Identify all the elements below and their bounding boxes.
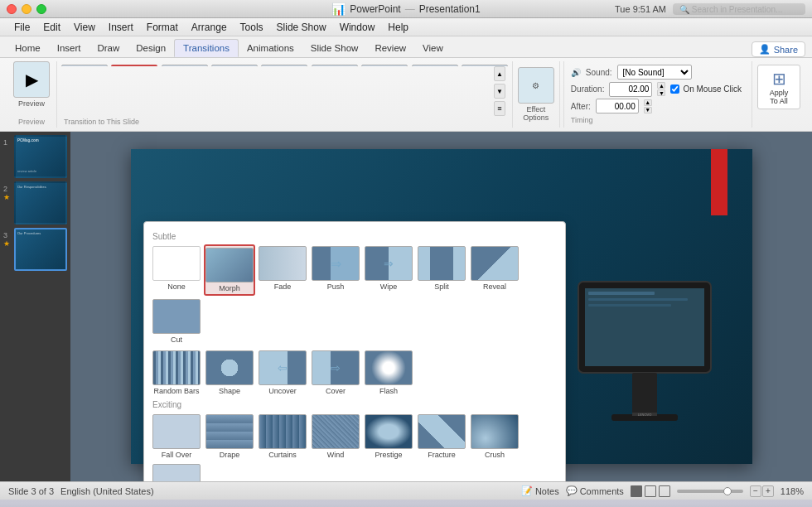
notes-button[interactable]: 📝 Notes <box>521 485 559 496</box>
after-up[interactable]: ▲ <box>644 99 652 106</box>
trans-wipe[interactable]: ⇒ Wipe <box>261 65 308 66</box>
panel-drape-label: Drape <box>220 451 240 459</box>
menu-arrange[interactable]: Arrange <box>186 20 233 35</box>
zoom-slider[interactable] <box>677 490 743 493</box>
on-mouse-click-checkbox[interactable] <box>670 84 679 94</box>
menu-format[interactable]: Format <box>141 20 184 35</box>
tab-insert[interactable]: Insert <box>49 39 89 57</box>
panel-item-cut[interactable]: Cut <box>151 297 202 345</box>
scroll-up-button[interactable]: ▲ <box>494 66 505 81</box>
effect-options-label: EffectOptions <box>523 105 549 122</box>
menu-edit[interactable]: Edit <box>37 20 66 35</box>
slide-thumb-3[interactable]: 3★ Our Procedures <box>3 228 67 271</box>
on-mouse-click-label: On Mouse Click <box>683 84 742 94</box>
tab-slideshow[interactable]: Slide Show <box>302 39 367 57</box>
panel-morph-label: Morph <box>219 284 240 292</box>
slide-thumb-1[interactable]: 1 PCMag.com review article <box>3 135 67 178</box>
tab-design[interactable]: Design <box>128 39 174 57</box>
slide-img-3[interactable]: Our Procedures <box>14 228 67 271</box>
duration-down[interactable]: ▼ <box>657 89 665 96</box>
tab-draw[interactable]: Draw <box>89 39 128 57</box>
preview-button[interactable]: ▶ Preview <box>13 61 50 108</box>
zoom-plus[interactable]: + <box>762 485 774 497</box>
slide-img-1[interactable]: PCMag.com review article <box>14 135 67 178</box>
menu-window[interactable]: Window <box>334 20 381 35</box>
view-normal-button[interactable] <box>631 485 642 497</box>
tab-review[interactable]: Review <box>366 39 414 57</box>
slide-thumb-2[interactable]: 2★ Our Responsibilites <box>3 181 67 225</box>
tab-home[interactable]: Home <box>7 39 49 57</box>
panel-item-prestige[interactable]: Prestige <box>363 413 414 461</box>
panel-item-push[interactable]: ⇒ Push <box>310 244 361 296</box>
panel-item-shape[interactable]: Shape <box>204 349 255 397</box>
expand-button[interactable]: ≡ <box>494 101 505 116</box>
panel-item-wind[interactable]: Wind <box>310 413 361 461</box>
slide2-content: Our Responsibilites <box>17 185 64 189</box>
view-slideshow-button[interactable] <box>659 485 670 497</box>
zoom-minus[interactable]: − <box>750 485 761 497</box>
slide-num-1: 1 <box>3 138 12 147</box>
duration-up[interactable]: ▲ <box>657 82 665 89</box>
panel-item-uncover[interactable]: ⇦ Uncover <box>257 349 308 397</box>
slide-img-2[interactable]: Our Responsibilites <box>14 181 67 225</box>
sound-select[interactable]: [No Sound] <box>617 65 692 80</box>
panel-none-label: None <box>167 282 186 291</box>
panel-cover-thumb: ⇨ <box>312 350 360 385</box>
panel-item-reveal[interactable]: Reveal <box>469 244 520 296</box>
monitor-illustration: LENOVO <box>562 273 727 456</box>
tab-animations[interactable]: Animations <box>239 39 302 57</box>
panel-wipe-label: Wipe <box>380 282 398 291</box>
panel-item-curtains[interactable]: Curtains <box>257 413 308 461</box>
slide1-sub: review article <box>17 169 64 173</box>
panel-item-crush[interactable]: Crush <box>469 413 520 461</box>
panel-item-fallover[interactable]: Fall Over <box>151 413 202 461</box>
panel-item-fracture[interactable]: Fracture <box>416 413 467 461</box>
scroll-down-button[interactable]: ▼ <box>494 84 505 99</box>
panel-crush-thumb <box>471 414 519 449</box>
preview-icon: ▶ <box>13 61 50 98</box>
after-down[interactable]: ▼ <box>644 107 652 113</box>
share-button[interactable]: 👤 Share <box>752 41 805 57</box>
zoom-handle[interactable] <box>723 487 732 495</box>
menu-file[interactable]: File <box>8 20 36 35</box>
panel-section-exciting: Exciting <box>151 400 558 409</box>
panel-curtains-thumb <box>259 414 307 449</box>
menu-tools[interactable]: Tools <box>234 20 269 35</box>
panel-item-drape[interactable]: Drape <box>204 413 255 461</box>
tab-view[interactable]: View <box>414 39 452 57</box>
panel-item-randombars[interactable]: Random Bars <box>151 349 202 397</box>
maximize-button[interactable] <box>36 4 46 14</box>
after-label: After: <box>571 102 591 111</box>
menu-slideshow[interactable]: Slide Show <box>271 20 332 35</box>
panel-item-split[interactable]: Split <box>416 244 467 296</box>
tab-transitions[interactable]: Transitions <box>174 39 239 57</box>
panel-item-peeloff[interactable]: Peel Off <box>151 462 202 481</box>
view-grid-button[interactable] <box>645 485 656 497</box>
panel-item-fade[interactable]: Fade <box>257 244 308 296</box>
comments-button[interactable]: 💬 Comments <box>566 485 624 496</box>
panel-fade-label: Fade <box>274 282 292 291</box>
search-box[interactable]: 🔍 Search in Presentation... <box>673 3 805 15</box>
panel-item-wipe[interactable]: ⇒ Wipe <box>363 244 414 296</box>
ribbon-content: ▶ Preview Preview None Morph Fade <box>0 58 812 131</box>
minimize-button[interactable] <box>22 4 31 14</box>
duration-input[interactable] <box>609 82 652 97</box>
menu-insert[interactable]: Insert <box>103 20 139 35</box>
panel-fracture-label: Fracture <box>428 451 456 459</box>
titlebar: 📊 PowerPoint — Presentation1 Tue 9:51 AM… <box>0 0 812 18</box>
apply-all-button[interactable]: ⊞ ApplyTo All <box>757 65 800 109</box>
panel-item-morph[interactable]: Morph <box>204 244 255 296</box>
menu-view[interactable]: View <box>68 20 101 35</box>
notes-icon: 📝 <box>521 485 533 496</box>
effect-options-button[interactable]: ⚙ EffectOptions <box>518 61 554 128</box>
close-button[interactable] <box>7 4 17 14</box>
after-input[interactable] <box>596 99 639 113</box>
panel-exciting-grid1: Fall Over Drape Curtains Wind Prestige <box>151 413 558 481</box>
panel-item-none[interactable]: None <box>151 244 202 296</box>
group-label-transitions: Transition to This Slide <box>60 118 509 126</box>
panel-item-cover[interactable]: ⇨ Cover <box>310 349 361 397</box>
panel-item-flash[interactable]: Flash <box>363 349 414 397</box>
panel-subtle-grid2: Random Bars Shape ⇦ Uncover ⇨ Cover Flas… <box>151 349 558 397</box>
menu-help[interactable]: Help <box>382 20 414 35</box>
status-right: 📝 Notes 💬 Comments − + 118% <box>521 485 804 497</box>
